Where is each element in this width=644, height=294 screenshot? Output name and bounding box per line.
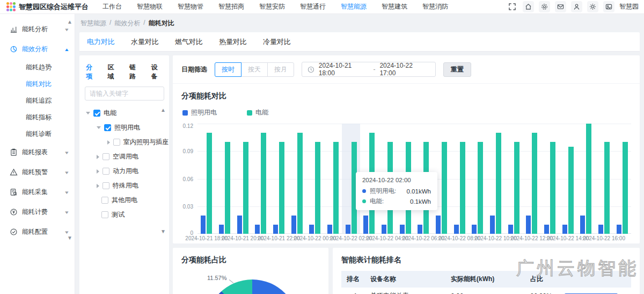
tree-tab-region[interactable]: 区域 (108, 63, 121, 81)
sidebar-item-energy-alarm[interactable]: 能耗预警 ▼ (0, 162, 75, 182)
bar-group[interactable] (613, 124, 631, 234)
bar-chart-plot-wrap: 0.12 0.09 0.06 0.03 0 (181, 124, 631, 234)
bar-group[interactable] (270, 124, 288, 234)
nav-item-energy[interactable]: 智慧能源 (341, 2, 367, 11)
nav-item-fire[interactable]: 智慧消防 (422, 2, 448, 11)
breadcrumb-item[interactable]: 智慧能源 (80, 19, 106, 28)
caret-closed-icon[interactable] (97, 184, 99, 188)
mail-icon[interactable] (555, 1, 566, 12)
sidebar-item-energy-trace[interactable]: 能耗追踪 (0, 92, 75, 109)
nav-item-security[interactable]: 智慧安防 (259, 2, 285, 11)
checkbox-unchecked[interactable] (101, 211, 108, 218)
caret-closed-icon[interactable] (97, 169, 99, 174)
tree-node-power[interactable]: 动力用电 (85, 164, 165, 178)
mode-by-hour-button[interactable]: 按时 (215, 62, 241, 77)
tree-node-lighting[interactable]: 照明用电 (85, 120, 165, 135)
checkbox-unchecked[interactable] (103, 168, 109, 175)
home-icon[interactable] (523, 1, 534, 12)
bar-group[interactable] (252, 124, 270, 234)
bar-lighting (598, 225, 603, 234)
bar-group[interactable] (469, 124, 487, 234)
tab-gas-compare[interactable]: 燃气对比 (175, 37, 203, 47)
tab-electricity-compare[interactable]: 电力对比 (87, 37, 115, 47)
reset-button[interactable]: 重置 (443, 62, 471, 77)
sidebar-scroll-down-icon[interactable]: ▼ (67, 235, 72, 241)
user-icon[interactable] (571, 1, 582, 12)
caret-closed-icon[interactable] (97, 155, 99, 159)
tree-tab-subitem[interactable]: 分项 (86, 63, 99, 81)
legend-item-electric[interactable]: 电能 (247, 108, 268, 117)
tree-scroll-up-icon[interactable]: ▲ (160, 107, 166, 113)
caret-closed-icon[interactable] (107, 140, 110, 145)
bar-group[interactable] (324, 124, 342, 234)
tab-heat-compare[interactable]: 热量对比 (219, 37, 247, 47)
bar-group[interactable] (504, 124, 523, 234)
nav-item-workbench[interactable]: 工作台 (103, 2, 122, 11)
bar-electric (568, 147, 574, 234)
bar-group[interactable] (306, 124, 324, 234)
mode-by-month-button[interactable]: 按月 (267, 62, 294, 77)
sidebar-item-energy-config[interactable]: 能耗配置 ▼ (0, 222, 75, 242)
breadcrumb-item[interactable]: 能效分析 (114, 19, 140, 28)
fullscreen-icon[interactable] (507, 1, 518, 12)
tree-node-indoor-lighting[interactable]: 室内照明与插座 (85, 135, 165, 149)
bar-group[interactable] (559, 124, 577, 234)
bar-group[interactable] (487, 124, 505, 234)
checkbox-unchecked[interactable] (101, 197, 108, 204)
sidebar-item-energy-billing[interactable]: 能耗计费 ▼ (0, 202, 75, 222)
gear-icon[interactable] (539, 1, 550, 12)
sidebar-item-efficiency-analysis[interactable]: 能效分析 ▲ (0, 39, 75, 59)
sidebar-item-energy-compare[interactable]: 能耗对比 (0, 76, 75, 92)
coin-icon (10, 208, 18, 216)
bar-group[interactable] (233, 124, 252, 234)
sun-icon[interactable] (587, 1, 598, 12)
bar-group[interactable] (288, 124, 306, 234)
tree-scroll-down-icon[interactable]: ▼ (160, 228, 166, 234)
tree-tab-link[interactable]: 链路 (129, 63, 142, 81)
caret-open-icon[interactable] (86, 112, 90, 114)
pie-chart[interactable] (206, 279, 298, 294)
checkbox-unchecked[interactable] (113, 139, 120, 146)
tree-node-electric[interactable]: 电能 (85, 106, 165, 120)
bar-group[interactable] (595, 124, 613, 234)
bar-group[interactable] (577, 124, 595, 234)
chevron-up-icon: ▲ (64, 47, 70, 52)
caret-open-icon[interactable] (97, 126, 101, 129)
checkbox-unchecked[interactable] (103, 182, 109, 189)
sidebar-item-energy-report[interactable]: 能耗报表 ▼ (0, 142, 75, 162)
checkbox-unchecked[interactable] (103, 153, 109, 160)
nav-item-iot[interactable]: 智慧物联 (137, 2, 163, 11)
bar-group[interactable] (450, 124, 469, 234)
checkbox-checked[interactable] (104, 124, 111, 131)
nav-item-property[interactable]: 智慧物管 (178, 2, 203, 11)
bar-group[interactable] (523, 124, 541, 234)
sidebar-item-energy-index[interactable]: 能耗指标 (0, 109, 75, 126)
tree-tab-device[interactable]: 设备 (151, 63, 164, 81)
sidebar-item-energy-analysis[interactable]: 能耗分析 ▼ (0, 19, 75, 39)
chevron-down-icon: ▼ (64, 170, 70, 175)
sidebar-scroll-up-icon[interactable]: ▲ (67, 19, 72, 25)
checkbox-checked[interactable] (93, 110, 100, 117)
mode-by-day-button[interactable]: 按天 (241, 62, 268, 77)
tree-search-input[interactable] (85, 87, 164, 101)
tree-node-other[interactable]: 其他用电 (85, 193, 165, 207)
sidebar-item-energy-diagnosis[interactable]: 能耗诊断 (0, 126, 75, 142)
tab-water-compare[interactable]: 水量对比 (131, 37, 159, 47)
bar-group[interactable] (197, 124, 216, 234)
sidebar-item-energy-collection[interactable]: 能耗采集 ▼ (0, 182, 75, 202)
image-icon[interactable] (603, 1, 614, 12)
nav-item-access[interactable]: 智慧通行 (300, 2, 326, 11)
date-range-picker[interactable]: 2024-10-21 18:00 - 2024-10-22 17:00 (302, 62, 436, 77)
legend-item-lighting[interactable]: 照明用电 (182, 108, 217, 117)
tree-node-test[interactable]: 测试 (85, 207, 165, 222)
bar-group[interactable] (541, 124, 559, 234)
tree-node-hvac[interactable]: 空调用电 (85, 149, 165, 164)
bar-group[interactable] (216, 124, 234, 234)
table-row[interactable]: 1 单项电能总表 2.06 86.92% (341, 288, 631, 294)
tree-node-special[interactable]: 特殊用电 (85, 178, 165, 193)
topbar-user-label[interactable]: 智慧园 (619, 2, 639, 11)
nav-item-leasing[interactable]: 智慧招商 (218, 2, 244, 11)
sidebar-item-energy-trend[interactable]: 能耗趋势 (0, 59, 75, 76)
tab-cooling-compare[interactable]: 冷量对比 (263, 37, 291, 47)
nav-item-building[interactable]: 智慧建筑 (382, 2, 407, 11)
